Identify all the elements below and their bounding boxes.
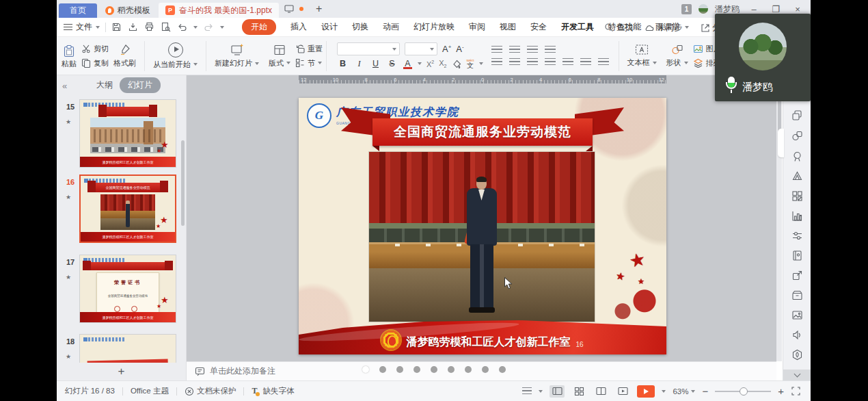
align-left-button[interactable] xyxy=(491,58,502,66)
print-preview-icon[interactable] xyxy=(161,22,171,32)
thumbnail-slide-15[interactable]: 15 ★ 潘梦鸥劳模和工匠人才创新工作室 ★★ xyxy=(57,99,186,169)
paste-button[interactable]: 粘贴 xyxy=(57,44,81,68)
settings-icon[interactable] xyxy=(791,230,803,242)
main-scrollbar[interactable] xyxy=(776,75,782,361)
leaf-icon[interactable] xyxy=(791,349,803,361)
play-from-current-button[interactable]: 从当前开始 xyxy=(148,42,202,70)
line-spacing-button[interactable] xyxy=(598,58,609,66)
undo-dropdown-icon[interactable] xyxy=(193,26,198,29)
superscript-button[interactable]: X2 xyxy=(426,60,434,68)
menu-animations[interactable]: 动画 xyxy=(383,21,399,33)
layout-button[interactable]: 版式 xyxy=(264,44,295,68)
protection-status[interactable]: 文档未保护 xyxy=(185,386,236,396)
image-icon[interactable] xyxy=(791,309,803,321)
share-icon[interactable] xyxy=(791,270,803,281)
thumbnail-slide-17[interactable]: 17 ★ 荣誉证书 全国商贸流通服务业劳动模范 潘梦 xyxy=(57,255,186,324)
new-tab-button[interactable]: + xyxy=(316,3,322,15)
file-menu[interactable]: 文件 xyxy=(64,21,100,33)
collapse-panel-button[interactable]: « xyxy=(62,81,67,91)
theme-name[interactable]: Office 主题 xyxy=(131,386,169,396)
font-name-select[interactable] xyxy=(337,42,400,55)
grid-icon[interactable] xyxy=(791,190,803,202)
copy-style-icon[interactable] xyxy=(791,109,803,121)
menu-transitions[interactable]: 切换 xyxy=(352,21,368,33)
tab-docer-templates[interactable]: 稻壳模板 xyxy=(97,3,159,18)
resource-box-icon[interactable] xyxy=(791,289,803,301)
add-slide-button[interactable]: + xyxy=(57,363,186,380)
zoom-slider[interactable] xyxy=(715,387,771,396)
undo-icon[interactable] xyxy=(177,23,187,31)
presenter-view-button[interactable] xyxy=(615,385,630,398)
strikethrough-button[interactable]: S xyxy=(386,59,398,68)
align-center-button[interactable] xyxy=(509,58,520,66)
new-slide-button[interactable]: 新建幻灯片 xyxy=(210,43,264,68)
tab-slides[interactable]: 幻灯片 xyxy=(120,77,161,93)
save-icon[interactable] xyxy=(111,22,122,32)
find-button[interactable]: 查找 xyxy=(604,22,633,34)
text-direction-button[interactable] xyxy=(527,46,538,53)
smart-beautify-icon[interactable] xyxy=(791,170,803,182)
font-color-button[interactable]: A xyxy=(403,59,413,68)
underline-button[interactable]: U xyxy=(370,59,381,68)
close-button[interactable]: × xyxy=(790,4,805,14)
decrease-font-button[interactable]: A- xyxy=(456,44,463,54)
slide-canvas[interactable]: 12108642024681012 G 广东工贸职业技术学院 GUANGDONG… xyxy=(187,75,776,361)
justify-button[interactable] xyxy=(545,58,556,66)
menu-view[interactable]: 视图 xyxy=(500,21,516,33)
distribute-button[interactable] xyxy=(562,58,573,66)
font-color-dropdown-icon[interactable] xyxy=(418,62,422,65)
tab-outline[interactable]: 大纲 xyxy=(96,79,113,91)
columns-button[interactable] xyxy=(580,58,591,66)
tab-home[interactable]: 首页 xyxy=(59,3,97,18)
zoom-level[interactable]: 63% xyxy=(673,387,695,396)
chart-icon[interactable] xyxy=(791,210,803,222)
play-options-dropdown-icon[interactable] xyxy=(662,390,666,393)
more-dropdown-icon[interactable] xyxy=(220,26,224,29)
menu-developer[interactable]: 开发工具 xyxy=(561,21,594,33)
collapse-chevron-icon[interactable] xyxy=(783,370,811,380)
redo-icon[interactable] xyxy=(204,23,214,31)
dot-active[interactable] xyxy=(362,366,369,373)
increase-font-button[interactable]: A+ xyxy=(442,44,451,54)
menu-security[interactable]: 安全 xyxy=(530,21,547,33)
clear-format-icon[interactable] xyxy=(452,60,462,68)
menu-slideshow[interactable]: 幻灯片放映 xyxy=(413,21,455,33)
reset-button[interactable]: 重置 xyxy=(295,44,323,54)
screen-share-icon[interactable] xyxy=(284,5,294,13)
slide-sorter-view-button[interactable] xyxy=(571,385,586,398)
copy-button[interactable]: 复制 xyxy=(81,58,109,68)
shapes-button[interactable]: 形状 xyxy=(662,44,693,68)
zoom-slider-knob[interactable] xyxy=(740,387,748,396)
subscript-button[interactable]: X2 xyxy=(439,59,446,68)
user-avatar[interactable] xyxy=(699,4,708,14)
increase-indent-button[interactable] xyxy=(509,46,520,53)
export-icon[interactable] xyxy=(128,22,138,32)
award-ceremony-photo[interactable] xyxy=(369,152,595,322)
menu-review[interactable]: 审阅 xyxy=(469,21,485,33)
bold-button[interactable]: B xyxy=(337,59,349,68)
thumbnail-scrollbar[interactable] xyxy=(181,140,185,226)
print-icon[interactable] xyxy=(144,22,154,32)
minimize-button[interactable]: – xyxy=(746,4,761,14)
thumbnail-slide-16[interactable]: 16 ★ 全国商贸流通服务业劳动模范 潘梦鸥劳模和 xyxy=(57,174,186,247)
cut-button[interactable]: 剪切 xyxy=(81,44,109,54)
decrease-indent-button[interactable] xyxy=(491,46,502,53)
album-icon[interactable] xyxy=(791,250,803,261)
section-button[interactable]: 节 xyxy=(295,58,323,68)
fit-screen-icon[interactable] xyxy=(791,386,801,396)
menu-insert[interactable]: 插入 xyxy=(290,21,307,33)
notes-toggle-button[interactable] xyxy=(522,387,532,395)
pinyin-guide-button[interactable]: wén文 xyxy=(467,58,474,69)
format-painter-button[interactable]: 格式刷 xyxy=(109,44,141,68)
sync-status-button[interactable]: 未同步 xyxy=(644,22,689,34)
slide-title-banner[interactable]: 全国商贸流通服务业劳动模范 xyxy=(372,118,593,146)
doc-count-badge[interactable]: 1 xyxy=(681,4,692,14)
tab-document[interactable]: P 奋斗的我 最美的国-1.pptx xyxy=(159,3,279,18)
normal-view-button[interactable] xyxy=(550,385,565,398)
medal-icon[interactable] xyxy=(791,151,803,162)
sound-icon[interactable] xyxy=(791,329,803,341)
menu-design[interactable]: 设计 xyxy=(321,21,338,33)
font-size-select[interactable] xyxy=(405,42,437,55)
zoom-out-button[interactable]: − xyxy=(702,386,708,396)
textbox-button[interactable]: 文本框 xyxy=(623,44,662,68)
